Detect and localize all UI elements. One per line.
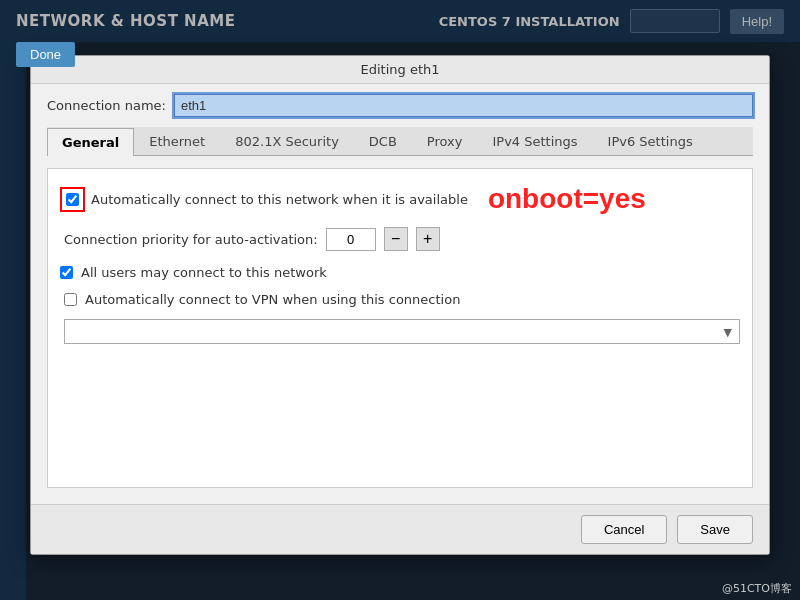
connection-name-label: Connection name: — [47, 98, 166, 113]
dialog-titlebar: Editing eth1 — [31, 56, 769, 84]
priority-increase-button[interactable]: + — [416, 227, 440, 251]
done-button[interactable]: Done — [16, 42, 75, 67]
tab-ethernet[interactable]: Ethernet — [134, 127, 220, 155]
dialog-body: Connection name: General Ethernet 802.1X… — [31, 84, 769, 504]
dialog-title: Editing eth1 — [360, 62, 439, 77]
tab-ipv6-settings[interactable]: IPv6 Settings — [593, 127, 708, 155]
priority-decrease-button[interactable]: − — [384, 227, 408, 251]
dialog-overlay: Editing eth1 Connection name: General Et… — [0, 0, 800, 600]
dialog-footer: Cancel Save — [31, 504, 769, 554]
vpn-select-wrapper — [64, 319, 740, 344]
priority-label: Connection priority for auto-activation: — [64, 232, 318, 247]
autoconnect-checkbox-highlight — [60, 187, 85, 212]
tab-proxy[interactable]: Proxy — [412, 127, 478, 155]
tab-8021x-security[interactable]: 802.1X Security — [220, 127, 354, 155]
autoconnect-checkbox[interactable] — [66, 193, 79, 206]
all-users-row: All users may connect to this network — [60, 265, 740, 280]
editing-dialog: Editing eth1 Connection name: General Et… — [30, 55, 770, 555]
tab-content-general: Automatically connect to this network wh… — [47, 168, 753, 488]
priority-row: Connection priority for auto-activation:… — [64, 227, 740, 251]
vpn-checkbox-row: Automatically connect to VPN when using … — [64, 292, 740, 307]
tabs-bar: General Ethernet 802.1X Security DCB Pro… — [47, 127, 753, 156]
vpn-row: Automatically connect to VPN when using … — [64, 292, 740, 344]
connection-name-input[interactable] — [174, 94, 753, 117]
all-users-checkbox[interactable] — [60, 266, 73, 279]
vpn-label[interactable]: Automatically connect to VPN when using … — [85, 292, 460, 307]
vpn-dropdown[interactable] — [64, 319, 740, 344]
connection-name-row: Connection name: — [47, 94, 753, 117]
tab-ipv4-settings[interactable]: IPv4 Settings — [477, 127, 592, 155]
annotation-text: onboot=yes — [488, 183, 646, 215]
tab-general[interactable]: General — [47, 128, 134, 156]
watermark: @51CTO博客 — [722, 581, 792, 596]
vpn-checkbox[interactable] — [64, 293, 77, 306]
autoconnect-label[interactable]: Automatically connect to this network wh… — [91, 192, 468, 207]
save-button[interactable]: Save — [677, 515, 753, 544]
priority-input[interactable] — [326, 228, 376, 251]
tab-dcb[interactable]: DCB — [354, 127, 412, 155]
cancel-button[interactable]: Cancel — [581, 515, 667, 544]
all-users-label[interactable]: All users may connect to this network — [81, 265, 327, 280]
